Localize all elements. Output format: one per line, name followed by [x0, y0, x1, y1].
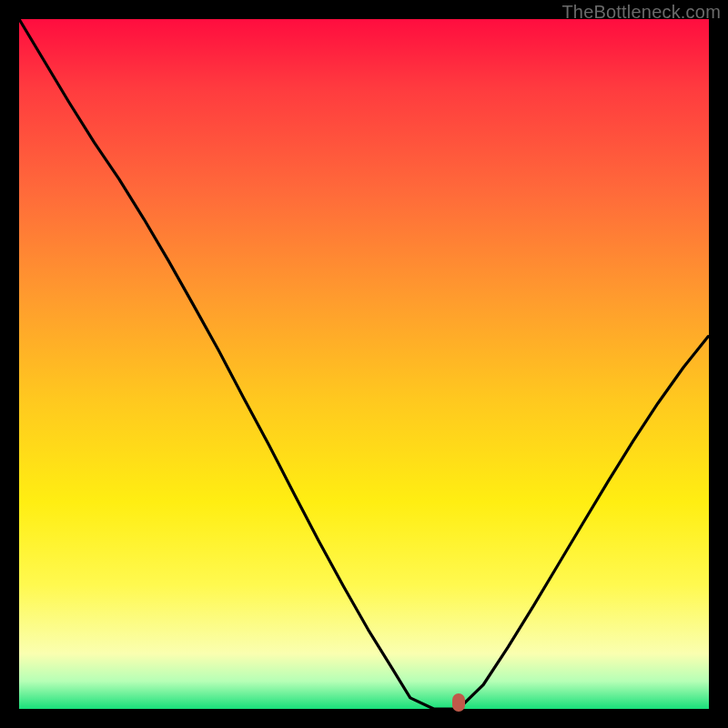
watermark-text: TheBottleneck.com	[561, 2, 721, 23]
optimal-point-marker	[452, 693, 465, 712]
bottleneck-curve	[19, 19, 709, 709]
chart-frame: TheBottleneck.com	[0, 0, 728, 728]
chart-plot-area	[19, 19, 709, 709]
